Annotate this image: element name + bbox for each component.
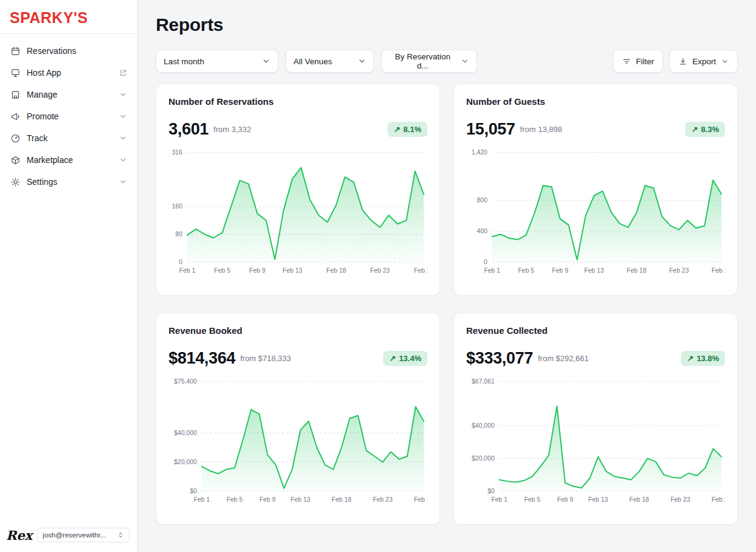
svg-text:$0: $0 xyxy=(487,488,495,494)
sidebar-footer: Rex josh@reservewithr... xyxy=(0,522,137,552)
sidebar-item-track[interactable]: Track xyxy=(0,127,137,149)
main-content: Reports Last month All Venues By Reserva… xyxy=(138,0,756,552)
svg-text:Feb 5: Feb 5 xyxy=(214,267,230,274)
stat-previous: from 13,898 xyxy=(520,125,562,134)
chart-card-revenue-collected: Revenue Collected $333,077 from $292,661… xyxy=(453,313,738,525)
updown-chevron-icon xyxy=(117,531,124,539)
account-selector[interactable]: josh@reservewithr... xyxy=(37,528,130,542)
trend-value: 13.4% xyxy=(399,354,421,363)
chart-title: Number of Guests xyxy=(466,96,725,107)
trend-up-icon: ↗ xyxy=(687,354,694,363)
chart-card-number-of-guests: Number of Guests 15,057 from 13,898 ↗ 8.… xyxy=(453,84,738,296)
filter-icon xyxy=(622,57,631,66)
rex-logo: Rex xyxy=(6,529,32,542)
sidebar-item-label: Host App xyxy=(27,68,61,78)
trend-value: 8.3% xyxy=(701,125,719,134)
stat-value: $814,364 xyxy=(169,349,235,368)
stat-row: $333,077 from $292,661 ↗ 13.8% xyxy=(466,349,725,368)
chevron-down-icon xyxy=(119,112,127,121)
svg-text:Feb 18: Feb 18 xyxy=(629,496,649,503)
svg-text:Feb 9: Feb 9 xyxy=(552,267,569,274)
venues-select[interactable]: All Venues xyxy=(286,50,374,73)
date-range-value: Last month xyxy=(164,57,204,66)
page-title: Reports xyxy=(156,15,738,35)
sidebar: SPARKY'S Reservations Host App xyxy=(0,0,138,552)
svg-text:Feb 23: Feb 23 xyxy=(370,267,390,274)
svg-text:Feb 23: Feb 23 xyxy=(373,496,393,503)
trend-up-icon: ↗ xyxy=(691,125,698,134)
svg-text:Feb 18: Feb 18 xyxy=(332,496,352,503)
promote-icon xyxy=(10,111,21,122)
svg-text:400: 400 xyxy=(477,228,487,234)
sidebar-item-reservations[interactable]: Reservations xyxy=(0,40,137,62)
sidebar-item-label: Manage xyxy=(27,90,58,99)
trend-value: 8.1% xyxy=(403,125,421,134)
svg-text:Feb 13: Feb 13 xyxy=(283,267,303,274)
chevron-down-icon xyxy=(721,58,729,65)
line-chart: 080160316Feb 1Feb 5Feb 9Feb 13Feb 18Feb … xyxy=(169,147,427,278)
sidebar-item-promote[interactable]: Promote xyxy=(0,105,137,127)
svg-text:800: 800 xyxy=(477,197,487,204)
manage-icon xyxy=(10,89,21,100)
trend-value: 13.8% xyxy=(697,354,719,363)
svg-text:0: 0 xyxy=(179,259,182,265)
stat-value: 15,057 xyxy=(466,120,515,139)
svg-text:Feb 5: Feb 5 xyxy=(524,496,541,503)
sidebar-item-manage[interactable]: Manage xyxy=(0,84,137,105)
chevron-down-icon xyxy=(358,57,366,65)
trend-badge: ↗ 13.4% xyxy=(383,351,427,366)
export-button[interactable]: Export xyxy=(669,50,738,73)
date-range-select[interactable]: Last month xyxy=(156,50,278,73)
stat-value: $333,077 xyxy=(466,349,533,368)
stat-previous: from $292,661 xyxy=(538,354,589,363)
filter-button[interactable]: Filter xyxy=(613,50,663,73)
trend-up-icon: ↗ xyxy=(393,125,400,134)
svg-text:Feb 13: Feb 13 xyxy=(290,496,310,503)
chevron-down-icon xyxy=(119,134,127,142)
sidebar-item-label: Marketplace xyxy=(27,155,73,165)
line-chart: 04008001,420Feb 1Feb 5Feb 9Feb 13Feb 18F… xyxy=(466,147,725,278)
sidebar-item-label: Settings xyxy=(27,177,58,187)
svg-text:$0: $0 xyxy=(190,488,197,494)
svg-text:Feb 5: Feb 5 xyxy=(227,496,243,503)
svg-text:Feb 28: Feb 28 xyxy=(712,496,725,503)
trend-up-icon: ↗ xyxy=(389,354,396,363)
sparkys-logo: SPARKY'S xyxy=(10,8,127,27)
svg-text:$40,000: $40,000 xyxy=(472,422,495,429)
svg-text:Feb 28: Feb 28 xyxy=(414,267,427,274)
svg-text:Feb 1: Feb 1 xyxy=(179,267,196,274)
line-chart: $0$20,000$40,000$67,061Feb 1Feb 5Feb 9Fe… xyxy=(466,376,725,507)
chart-title: Revenue Booked xyxy=(169,325,427,336)
svg-text:$75,400: $75,400 xyxy=(174,378,197,385)
app-window: SPARKY'S Reservations Host App xyxy=(0,0,756,552)
svg-text:1,420: 1,420 xyxy=(472,149,487,156)
svg-text:$40,000: $40,000 xyxy=(174,430,197,436)
svg-text:Feb 13: Feb 13 xyxy=(588,496,608,503)
sidebar-item-host-app[interactable]: Host App xyxy=(0,62,137,84)
chevron-down-icon xyxy=(461,57,469,65)
svg-text:Feb 1: Feb 1 xyxy=(193,496,210,503)
svg-text:0: 0 xyxy=(484,259,487,265)
stat-row: $814,364 from $718,333 ↗ 13.4% xyxy=(169,349,427,368)
stat-value: 3,601 xyxy=(169,120,209,139)
chart-card-revenue-booked: Revenue Booked $814,364 from $718,333 ↗ … xyxy=(156,313,440,525)
trend-badge: ↗ 8.1% xyxy=(387,122,427,137)
group-by-value: By Reservation d... xyxy=(389,52,456,70)
svg-text:Feb 1: Feb 1 xyxy=(484,267,500,274)
svg-text:Feb 28: Feb 28 xyxy=(712,267,725,274)
sidebar-item-marketplace[interactable]: Marketplace xyxy=(0,149,137,171)
external-link-icon xyxy=(119,68,127,77)
sidebar-item-settings[interactable]: Settings xyxy=(0,171,137,193)
svg-text:$67,061: $67,061 xyxy=(472,378,495,385)
stat-row: 15,057 from 13,898 ↗ 8.3% xyxy=(466,120,725,139)
svg-text:Feb 1: Feb 1 xyxy=(491,496,507,503)
toolbar-right: Filter Export xyxy=(613,50,738,73)
charts-grid: Number of Reservations 3,601 from 3,332 … xyxy=(156,84,738,525)
stat-row: 3,601 from 3,332 ↗ 8.1% xyxy=(169,120,427,139)
track-icon xyxy=(10,133,21,144)
line-chart: $0$20,000$40,000$75,400Feb 1Feb 5Feb 9Fe… xyxy=(169,376,427,507)
account-email: josh@reservewithr... xyxy=(42,531,105,539)
group-by-select[interactable]: By Reservation d... xyxy=(381,50,477,73)
svg-text:$20,000: $20,000 xyxy=(174,459,197,465)
export-button-label: Export xyxy=(692,57,716,66)
